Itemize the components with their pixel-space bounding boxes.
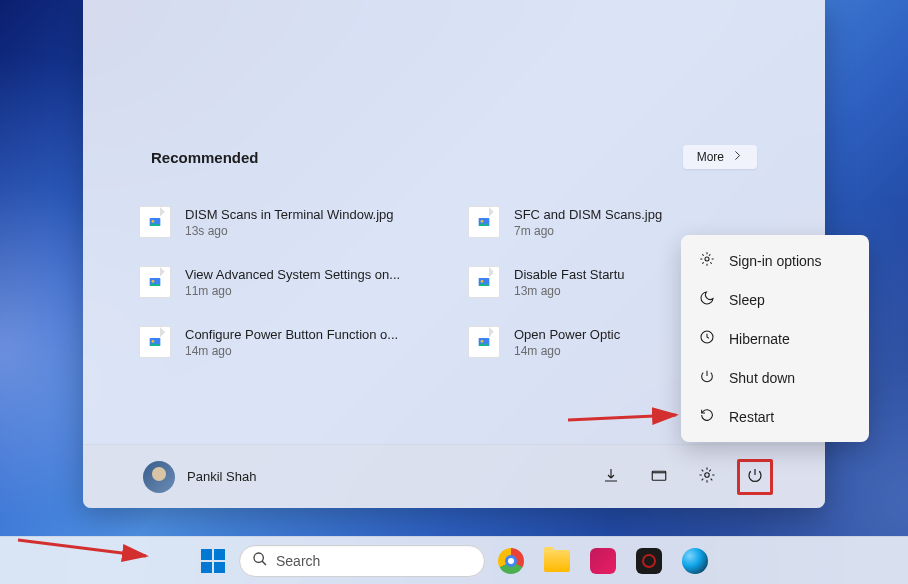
file-time: 14m ago — [185, 344, 440, 358]
taskbar-app-chrome[interactable] — [491, 541, 531, 581]
power-item-label: Hibernate — [729, 331, 790, 347]
username: Pankil Shah — [187, 469, 256, 484]
app-icon — [590, 548, 616, 574]
folder-icon — [650, 466, 668, 487]
svg-point-11 — [481, 340, 484, 343]
recommended-header: Recommended More — [123, 145, 785, 169]
moon-icon — [699, 290, 715, 309]
taskbar-app-edge[interactable] — [675, 541, 715, 581]
image-file-icon — [139, 326, 171, 358]
start-button[interactable] — [193, 541, 233, 581]
file-time: 13s ago — [185, 224, 440, 238]
search-placeholder: Search — [276, 553, 320, 569]
image-file-icon — [139, 206, 171, 238]
image-file-icon — [468, 266, 500, 298]
recommended-item[interactable]: View Advanced System Settings on... 11m … — [135, 264, 444, 300]
avatar — [143, 461, 175, 493]
taskbar: Search — [0, 536, 908, 584]
power-item-label: Restart — [729, 409, 774, 425]
power-item-label: Sign-in options — [729, 253, 822, 269]
documents-button[interactable] — [641, 459, 677, 495]
power-menu: Sign-in options Sleep Hibernate Shut dow… — [681, 235, 869, 442]
taskbar-app-explorer[interactable] — [537, 541, 577, 581]
user-account-button[interactable]: Pankil Shah — [143, 461, 256, 493]
recommended-item[interactable]: Configure Power Button Function o... 14m… — [135, 324, 444, 360]
svg-point-14 — [705, 257, 709, 261]
search-icon — [252, 551, 268, 570]
downloads-button[interactable] — [593, 459, 629, 495]
power-item-label: Sleep — [729, 292, 765, 308]
svg-point-18 — [254, 553, 263, 562]
recommended-title: Recommended — [151, 149, 259, 166]
restart-icon — [699, 407, 715, 426]
app-icon — [636, 548, 662, 574]
windows-logo-icon — [201, 549, 225, 573]
image-file-icon — [468, 206, 500, 238]
power-item-restart[interactable]: Restart — [687, 397, 863, 436]
image-file-icon — [139, 266, 171, 298]
more-button[interactable]: More — [683, 145, 757, 169]
file-name: View Advanced System Settings on... — [185, 267, 440, 282]
svg-point-9 — [152, 340, 155, 343]
gear-icon — [699, 251, 715, 270]
svg-point-13 — [705, 473, 710, 478]
svg-line-19 — [262, 561, 266, 565]
image-file-icon — [468, 326, 500, 358]
power-item-label: Shut down — [729, 370, 795, 386]
svg-point-5 — [152, 280, 155, 283]
clock-icon — [699, 329, 715, 348]
gear-icon — [698, 466, 716, 487]
file-explorer-icon — [544, 550, 570, 572]
chrome-icon — [498, 548, 524, 574]
chevron-right-icon — [732, 150, 743, 164]
power-item-shutdown[interactable]: Shut down — [687, 358, 863, 397]
download-icon — [602, 466, 620, 487]
svg-point-7 — [481, 280, 484, 283]
file-name: Configure Power Button Function o... — [185, 327, 440, 342]
search-input[interactable]: Search — [239, 545, 485, 577]
svg-point-3 — [481, 220, 484, 223]
file-time: 11m ago — [185, 284, 440, 298]
svg-point-1 — [152, 220, 155, 223]
recommended-item[interactable]: DISM Scans in Terminal Window.jpg 13s ag… — [135, 204, 444, 240]
taskbar-app-generic-2[interactable] — [629, 541, 669, 581]
power-item-sleep[interactable]: Sleep — [687, 280, 863, 319]
file-name: SFC and DISM Scans.jpg — [514, 207, 769, 222]
start-footer: Pankil Shah — [83, 444, 825, 508]
power-icon — [699, 368, 715, 387]
power-icon — [746, 466, 764, 487]
edge-icon — [682, 548, 708, 574]
footer-actions — [593, 459, 773, 495]
power-button[interactable] — [737, 459, 773, 495]
power-item-signin-options[interactable]: Sign-in options — [687, 241, 863, 280]
settings-button[interactable] — [689, 459, 725, 495]
power-item-hibernate[interactable]: Hibernate — [687, 319, 863, 358]
file-name: DISM Scans in Terminal Window.jpg — [185, 207, 440, 222]
taskbar-app-generic-1[interactable] — [583, 541, 623, 581]
more-label: More — [697, 150, 724, 164]
